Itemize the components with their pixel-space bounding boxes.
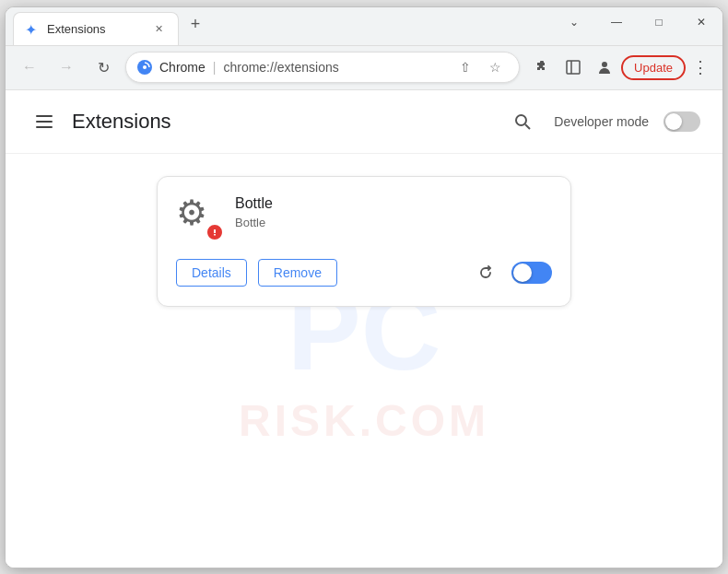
watermark-risk: RISK.COM: [239, 395, 489, 446]
minimize-button[interactable]: —: [595, 7, 638, 37]
tab-title: Extensions: [47, 22, 143, 36]
svg-point-5: [516, 115, 526, 125]
extension-text: Bottle Bottle: [235, 195, 273, 229]
extension-card: ⚙ Bottle Bottle: [157, 176, 571, 307]
tab-close-button[interactable]: ✕: [150, 20, 167, 37]
page-title: Extensions: [72, 110, 506, 134]
tab-favicon: ✦: [25, 21, 40, 36]
developer-mode-toggle[interactable]: [663, 111, 700, 132]
toolbar-actions: Update ⋮: [527, 53, 713, 82]
window-dropdown-button[interactable]: ⌄: [553, 7, 595, 37]
address-bar[interactable]: Chrome | chrome://extensions ⇧ ☆: [125, 52, 520, 83]
svg-rect-2: [567, 61, 580, 74]
extension-description: Bottle: [235, 216, 273, 229]
share-icon[interactable]: ⇧: [452, 54, 478, 80]
extension-enable-toggle[interactable]: [511, 262, 552, 284]
page-content: Extensions Developer mode PC RISK.COM: [6, 90, 722, 568]
extension-toggle-knob: [513, 264, 532, 282]
forward-button[interactable]: →: [52, 53, 81, 82]
active-tab[interactable]: ✦ Extensions ✕: [13, 12, 179, 45]
developer-mode-label: Developer mode: [554, 114, 649, 129]
extension-actions: Details Remove: [176, 258, 552, 287]
address-bar-actions: ⇧ ☆: [452, 54, 508, 80]
svg-line-6: [525, 124, 530, 129]
extension-badge-icon: [205, 223, 224, 241]
sidebar-icon[interactable]: [558, 53, 588, 82]
close-button[interactable]: ✕: [680, 7, 722, 37]
details-button[interactable]: Details: [176, 259, 247, 287]
new-tab-button[interactable]: +: [182, 12, 208, 38]
back-button[interactable]: ←: [15, 53, 44, 82]
page-header: Extensions Developer mode: [6, 90, 722, 154]
address-url: chrome://extensions: [223, 60, 445, 75]
extension-name: Bottle: [235, 195, 273, 212]
bookmark-icon[interactable]: ☆: [482, 54, 508, 80]
window-controls: ⌄ — □ ✕: [553, 7, 722, 37]
title-bar: ✦ Extensions ✕ + ⌄ — □ ✕: [6, 7, 722, 46]
more-menu-button[interactable]: ⋮: [687, 54, 713, 80]
reload-extension-button[interactable]: [471, 258, 500, 287]
svg-rect-8: [214, 229, 216, 233]
address-chrome-label: Chrome: [159, 60, 205, 75]
svg-point-1: [143, 65, 147, 69]
site-favicon: [137, 60, 152, 75]
address-bar-row: ← → ↻ Chrome | chrome://extensions ⇧ ☆: [6, 46, 722, 90]
svg-point-4: [602, 62, 607, 67]
update-button[interactable]: Update: [621, 55, 686, 80]
extension-info: ⚙ Bottle Bottle: [176, 195, 552, 240]
hamburger-icon: [36, 115, 53, 128]
header-right: Developer mode: [506, 105, 700, 138]
extensions-area: PC RISK.COM ⚙: [6, 154, 722, 568]
address-divider: |: [213, 60, 217, 75]
search-button[interactable]: [506, 105, 539, 138]
remove-button[interactable]: Remove: [258, 259, 337, 287]
maximize-button[interactable]: □: [638, 7, 680, 37]
browser-window: ✦ Extensions ✕ + ⌄ — □ ✕ ← → ↻ Chrome: [5, 6, 723, 568]
toggle-knob: [665, 113, 682, 130]
reload-button[interactable]: ↻: [88, 53, 118, 82]
extension-icon-wrapper: ⚙: [176, 195, 220, 240]
menu-button[interactable]: [28, 105, 61, 138]
extensions-icon[interactable]: [527, 53, 557, 82]
svg-rect-9: [214, 234, 216, 236]
profile-icon[interactable]: [590, 53, 619, 82]
